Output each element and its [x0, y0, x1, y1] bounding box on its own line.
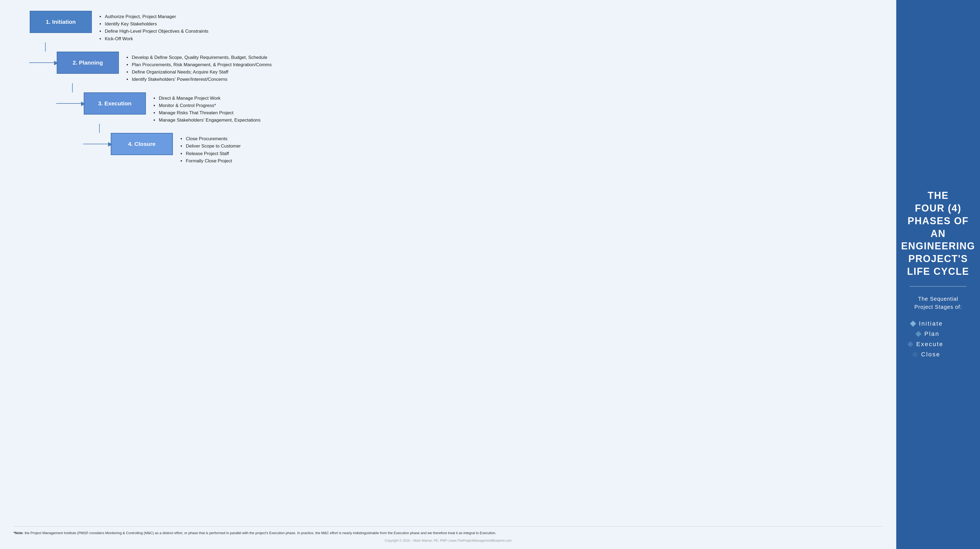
copyright-text: Copyright © 2016 – Mark Warner, PE, PMP …: [385, 539, 512, 543]
phase-2-bullet-3: Define Organizational Needs; Acquire Key…: [126, 68, 272, 76]
phase-row-2: ▶ 2. Planning Develop & Define Scope, Qu…: [14, 52, 883, 83]
connector-3-4: [14, 124, 883, 133]
phase-2-bullet-4: Identify Stakeholders' Power/Interest/Co…: [126, 76, 272, 83]
phase-box-wrapper-2: ▶ 2. Planning: [57, 52, 119, 74]
footer-note: *Note: the Project Management Institute …: [14, 526, 883, 536]
phase-row-3: ▶ 3. Execution Direct & Manage Project W…: [14, 92, 883, 124]
phase-1-bullet-1: Authorize Project, Project Manager: [99, 13, 208, 20]
phase-2-bullet-1: Develop & Define Scope, Quality Requirem…: [126, 54, 272, 61]
diamond-execute-icon: [907, 341, 913, 347]
phase-2-bullet-2: Plan Procurements, Risk Management, & Pr…: [126, 61, 272, 68]
stage-label-initiate: Initiate: [919, 320, 943, 327]
diamond-close-icon: [912, 351, 918, 358]
phase-box-wrapper-4: ▶ 4. Closure: [111, 133, 173, 155]
sidebar-divider: [910, 286, 966, 286]
phase-4-bullet-3: Release Project Staff: [180, 150, 241, 157]
sidebar-subtitle: The SequentialProject Stages of:: [914, 295, 962, 311]
stage-label-execute: Execute: [916, 341, 943, 348]
phase-box-3: 3. Execution: [84, 92, 146, 115]
stage-label-plan: Plan: [924, 330, 939, 337]
phase-row-1: 1. Initiation Authorize Project, Project…: [14, 11, 883, 42]
phase-4-bullet-2: Deliver Scope to Customer: [180, 142, 241, 150]
phase-box-wrapper-1: 1. Initiation: [30, 11, 92, 33]
phase-1-bullets: Authorize Project, Project Manager Ident…: [99, 13, 208, 42]
phase-3-bullet-2: Monitor & Control Progress*: [153, 102, 261, 109]
sidebar-title: THEFOUR (4)PHASES OF ANENGINEERINGPROJEC…: [901, 189, 975, 278]
phase-box-wrapper-3: ▶ 3. Execution: [84, 92, 146, 115]
phase-3-bullet-3: Manage Risks That Threaten Project: [153, 109, 261, 116]
copyright: Copyright © 2016 – Mark Warner, PE, PMP …: [14, 536, 883, 544]
sidebar-stages: Initiate Plan Execute Close: [903, 318, 974, 360]
diamond-initiate-icon: [910, 320, 916, 327]
connector-1-2: [14, 42, 883, 52]
phase-box-2: 2. Planning: [57, 52, 119, 74]
footer-note-rest: : the Project Management Institute (PMI)…: [23, 531, 496, 535]
phase-1-bullet-2: Identify Key Stakeholders: [99, 20, 208, 27]
phase-4-label: 4. Closure: [128, 141, 156, 147]
footer-note-text: *Note: the Project Management Institute …: [14, 530, 883, 536]
phases-diagram: 1. Initiation Authorize Project, Project…: [14, 11, 883, 524]
phase-3-bullet-1: Direct & Manage Project Work: [153, 95, 261, 102]
phase-row-4: ▶ 4. Closure Close Procurements Deliver …: [14, 133, 883, 164]
phase-1-bullet-3: Define High-Level Project Objectives & C…: [99, 27, 208, 35]
phase-3-label: 3. Execution: [98, 100, 132, 107]
sidebar-stage-execute: Execute: [903, 339, 974, 349]
phase-box-1: 1. Initiation: [30, 11, 92, 33]
phase-4-bullets: Close Procurements Deliver Scope to Cust…: [180, 135, 241, 164]
diamond-plan-icon: [915, 331, 922, 337]
stage-label-close: Close: [921, 351, 940, 358]
footer-note-bold: *Note: [14, 531, 23, 535]
phase-1-bullet-4: Kick-Off Work: [99, 35, 208, 42]
sidebar: THEFOUR (4)PHASES OF ANENGINEERINGPROJEC…: [896, 0, 980, 549]
phase-3-bullets: Direct & Manage Project Work Monitor & C…: [153, 95, 261, 124]
phase-4-bullet-4: Formally Close Project: [180, 157, 241, 164]
connector-2-3: [14, 83, 883, 92]
sidebar-stage-plan: Plan: [903, 329, 974, 339]
phase-1-label: 1. Initiation: [46, 19, 76, 25]
main-content: 1. Initiation Authorize Project, Project…: [0, 0, 896, 549]
sidebar-stage-initiate: Initiate: [903, 318, 974, 329]
phase-3-bullet-4: Manage Stakeholders' Engagement, Expecta…: [153, 116, 261, 124]
phase-2-bullets: Develop & Define Scope, Quality Requirem…: [126, 54, 272, 83]
phase-2-label: 2. Planning: [73, 59, 103, 66]
sidebar-stage-close: Close: [903, 349, 974, 360]
phase-4-bullet-1: Close Procurements: [180, 135, 241, 142]
phase-box-4: 4. Closure: [111, 133, 173, 155]
